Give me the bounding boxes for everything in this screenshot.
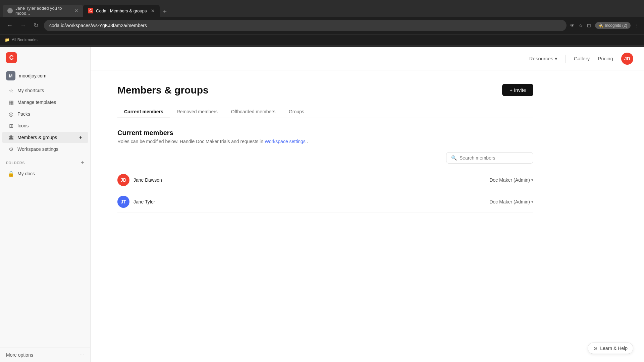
split-screen-icon: ⊡ bbox=[587, 23, 591, 28]
section-title: Current members bbox=[117, 129, 533, 137]
tab-favicon-1 bbox=[7, 8, 13, 13]
browser-toolbar: ← → ↻ 👁 ☆ ⊡ 🕵 Incognito (2) ⋮ bbox=[0, 17, 644, 34]
more-icon[interactable]: ⋮ bbox=[635, 23, 639, 28]
member-role-jd[interactable]: Doc Maker (Admin) ▾ bbox=[489, 177, 533, 183]
member-avatar-jt: JT bbox=[117, 196, 129, 208]
sidebar-item-label-icons: Icons bbox=[17, 123, 29, 128]
workspace-item[interactable]: M moodjoy.com bbox=[0, 68, 90, 83]
resources-chevron-icon: ▾ bbox=[555, 56, 557, 61]
user-initials: JD bbox=[624, 56, 630, 61]
coda-logo[interactable]: C bbox=[6, 52, 17, 63]
member-name-jd: Jane Dawson bbox=[133, 177, 162, 183]
sidebar-item-mydocs[interactable]: 🔒 My docs bbox=[2, 168, 88, 179]
more-dots-icon: ··· bbox=[80, 352, 84, 358]
main-content: Resources ▾ Gallery Pricing JD Members &… bbox=[91, 47, 644, 362]
tab-notification[interactable]: Jane Tyler added you to mood... ✕ bbox=[3, 5, 83, 17]
back-button[interactable]: ← bbox=[5, 21, 15, 31]
page-header: Members & groups + Invite bbox=[117, 84, 533, 96]
tab-close-2[interactable]: ✕ bbox=[151, 8, 155, 13]
sidebar-item-workspace[interactable]: ⚙ Workspace settings bbox=[2, 143, 88, 155]
invite-button[interactable]: + Invite bbox=[502, 84, 533, 96]
sidebar-nav: ☆ My shortcuts ▦ Manage templates ◎ Pack… bbox=[0, 83, 90, 348]
sidebar-item-label-packs: Packs bbox=[17, 111, 30, 117]
resources-label: Resources bbox=[529, 56, 553, 61]
workspace-name: moodjoy.com bbox=[19, 73, 46, 78]
user-avatar[interactable]: JD bbox=[621, 53, 633, 65]
learn-help-button[interactable]: ⊙ Learn & Help bbox=[588, 343, 633, 354]
member-initials-jt: JT bbox=[121, 199, 126, 204]
member-initials-jd: JD bbox=[120, 177, 126, 183]
sidebar-logo: C bbox=[0, 47, 90, 68]
templates-icon: ▦ bbox=[8, 99, 14, 105]
tab-current-members[interactable]: Current members bbox=[117, 106, 170, 118]
folders-label: FOLDERS bbox=[6, 161, 25, 165]
reload-button[interactable]: ↻ bbox=[32, 20, 41, 31]
member-role-label-jt: Doc Maker (Admin) bbox=[489, 199, 530, 204]
sidebar-item-label-shortcuts: My shortcuts bbox=[17, 88, 44, 93]
tab-close-1[interactable]: ✕ bbox=[74, 8, 78, 13]
top-nav-links: Resources ▾ Gallery Pricing JD bbox=[529, 53, 633, 65]
member-row-jd: JD Jane Dawson Doc Maker (Admin) ▾ bbox=[117, 169, 533, 191]
sidebar-item-packs[interactable]: ◎ Packs bbox=[2, 108, 88, 120]
sidebar-item-members[interactable]: Members & groups + bbox=[2, 132, 88, 143]
members-add-icon[interactable]: + bbox=[79, 134, 82, 140]
page-title: Members & groups bbox=[117, 84, 209, 96]
browser-chrome: Jane Tyler added you to mood... ✕ C Coda… bbox=[0, 0, 644, 47]
sidebar-item-shortcuts[interactable]: ☆ My shortcuts bbox=[2, 85, 88, 96]
shortcuts-icon: ☆ bbox=[8, 87, 14, 94]
member-role-label-jd: Doc Maker (Admin) bbox=[489, 177, 530, 183]
sidebar: C M moodjoy.com ☆ My shortcuts ▦ Manage … bbox=[0, 47, 91, 362]
bookmark-icon: ☆ bbox=[579, 23, 583, 28]
workspace-avatar: M bbox=[6, 71, 15, 80]
sidebar-bottom: More options ··· bbox=[0, 348, 90, 362]
search-icon: 🔍 bbox=[451, 155, 457, 161]
browser-tabs: Jane Tyler added you to mood... ✕ C Coda… bbox=[0, 0, 644, 17]
page-content: Members & groups + Invite Current member… bbox=[91, 70, 560, 226]
gallery-link[interactable]: Gallery bbox=[574, 56, 590, 61]
bookmarks-label: All Bookmarks bbox=[12, 38, 38, 42]
pricing-link[interactable]: Pricing bbox=[598, 56, 613, 61]
icons-icon: ⊞ bbox=[8, 123, 14, 129]
resources-link[interactable]: Resources ▾ bbox=[529, 56, 557, 62]
eye-slash-icon: 👁 bbox=[570, 23, 575, 28]
workspace-settings-icon: ⚙ bbox=[8, 146, 14, 152]
workspace-settings-link[interactable]: Workspace settings bbox=[265, 139, 306, 144]
toolbar-actions: 👁 ☆ ⊡ 🕵 Incognito (2) ⋮ bbox=[570, 22, 639, 29]
app-container: C M moodjoy.com ☆ My shortcuts ▦ Manage … bbox=[0, 47, 644, 362]
new-tab-button[interactable]: + bbox=[160, 6, 170, 17]
members-icon bbox=[8, 134, 14, 140]
section-desc-text: Roles can be modified below. Handle Doc … bbox=[117, 139, 265, 144]
search-members-input[interactable] bbox=[460, 155, 528, 161]
tab-favicon-2: C bbox=[88, 8, 93, 13]
packs-icon: ◎ bbox=[8, 111, 14, 117]
sidebar-item-label-templates: Manage templates bbox=[17, 100, 56, 105]
address-bar[interactable] bbox=[44, 20, 567, 31]
tab-offboarded-members[interactable]: Offboarded members bbox=[224, 106, 282, 118]
more-options-button[interactable]: More options ··· bbox=[6, 352, 84, 358]
sidebar-item-templates[interactable]: ▦ Manage templates bbox=[2, 97, 88, 108]
tab-groups[interactable]: Groups bbox=[282, 106, 311, 118]
folders-add-button[interactable]: + bbox=[80, 159, 84, 166]
member-role-chevron-jt: ▾ bbox=[531, 199, 533, 204]
tab-title-2: Coda | Members & groups bbox=[96, 8, 147, 13]
workspace-avatar-letter: M bbox=[9, 73, 13, 78]
folders-section-header: FOLDERS + bbox=[0, 155, 90, 168]
tab-title-1: Jane Tyler added you to mood... bbox=[15, 6, 70, 16]
sidebar-item-icons[interactable]: ⊞ Icons bbox=[2, 120, 88, 131]
members-list: JD Jane Dawson Doc Maker (Admin) ▾ JT Ja… bbox=[117, 169, 533, 213]
member-avatar-jd: JD bbox=[117, 174, 129, 186]
search-box: 🔍 bbox=[446, 152, 533, 164]
logo-letter: C bbox=[9, 54, 14, 61]
member-row-jt: JT Jane Tyler Doc Maker (Admin) ▾ bbox=[117, 191, 533, 213]
lock-icon: 🔒 bbox=[8, 171, 14, 177]
top-nav: Resources ▾ Gallery Pricing JD bbox=[91, 47, 644, 70]
tab-coda[interactable]: C Coda | Members & groups ✕ bbox=[83, 5, 160, 17]
incognito-label: Incognito (2) bbox=[605, 23, 627, 28]
tab-removed-members[interactable]: Removed members bbox=[170, 106, 224, 118]
sidebar-item-label-members: Members & groups bbox=[17, 135, 57, 140]
tab-bar: Current members Removed members Offboard… bbox=[117, 106, 533, 118]
incognito-icon: 🕵 bbox=[598, 23, 603, 28]
nav-separator bbox=[566, 55, 566, 63]
member-role-jt[interactable]: Doc Maker (Admin) ▾ bbox=[489, 199, 533, 204]
forward-button[interactable]: → bbox=[18, 21, 28, 31]
